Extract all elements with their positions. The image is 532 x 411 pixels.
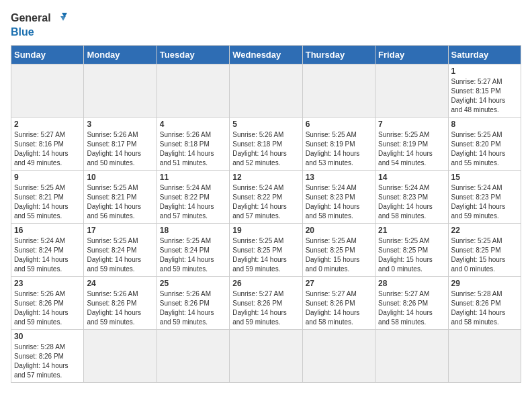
day-info: Sunrise: 5:25 AM Sunset: 8:21 PM Dayligh… (87, 183, 153, 221)
day-number: 9 (14, 173, 81, 182)
calendar-day-cell (375, 64, 448, 118)
calendar-day-cell: 20Sunrise: 5:25 AM Sunset: 8:25 PM Dayli… (302, 224, 375, 277)
day-info: Sunrise: 5:25 AM Sunset: 8:20 PM Dayligh… (451, 130, 518, 168)
day-number: 25 (160, 279, 226, 288)
logo: General Blue (11, 11, 67, 38)
day-number: 17 (87, 226, 153, 235)
calendar-day-cell: 27Sunrise: 5:27 AM Sunset: 8:26 PM Dayli… (302, 277, 375, 330)
day-number: 21 (378, 226, 445, 235)
day-number: 24 (87, 279, 153, 288)
day-info: Sunrise: 5:26 AM Sunset: 8:26 PM Dayligh… (14, 289, 81, 327)
calendar-week-5: 23Sunrise: 5:26 AM Sunset: 8:26 PM Dayli… (11, 277, 521, 330)
calendar-day-cell: 22Sunrise: 5:25 AM Sunset: 8:25 PM Dayli… (448, 224, 521, 277)
day-info: Sunrise: 5:28 AM Sunset: 8:26 PM Dayligh… (451, 289, 518, 327)
calendar-day-cell: 15Sunrise: 5:24 AM Sunset: 8:23 PM Dayli… (448, 171, 521, 224)
weekday-header-sunday: Sunday (11, 46, 84, 64)
day-number: 14 (378, 173, 445, 182)
day-info: Sunrise: 5:27 AM Sunset: 8:26 PM Dayligh… (378, 289, 445, 327)
calendar-day-cell (448, 330, 521, 383)
calendar-week-4: 16Sunrise: 5:24 AM Sunset: 8:24 PM Dayli… (11, 224, 521, 277)
day-number: 5 (232, 120, 299, 129)
calendar-day-cell: 21Sunrise: 5:25 AM Sunset: 8:25 PM Dayli… (375, 224, 448, 277)
day-info: Sunrise: 5:27 AM Sunset: 8:26 PM Dayligh… (232, 289, 299, 327)
calendar-day-cell (84, 64, 157, 118)
calendar-day-cell: 14Sunrise: 5:24 AM Sunset: 8:23 PM Dayli… (375, 171, 448, 224)
day-info: Sunrise: 5:25 AM Sunset: 8:19 PM Dayligh… (378, 130, 445, 168)
calendar-day-cell: 25Sunrise: 5:26 AM Sunset: 8:26 PM Dayli… (157, 277, 229, 330)
calendar-day-cell (375, 330, 448, 383)
day-number: 20 (306, 226, 372, 235)
header: General Blue (11, 11, 521, 38)
day-info: Sunrise: 5:27 AM Sunset: 8:16 PM Dayligh… (14, 130, 81, 168)
day-info: Sunrise: 5:26 AM Sunset: 8:26 PM Dayligh… (87, 289, 153, 327)
day-number: 7 (378, 120, 445, 129)
calendar-day-cell: 11Sunrise: 5:24 AM Sunset: 8:22 PM Dayli… (157, 171, 229, 224)
day-info: Sunrise: 5:24 AM Sunset: 8:22 PM Dayligh… (232, 183, 299, 221)
calendar-day-cell: 1Sunrise: 5:27 AM Sunset: 8:15 PM Daylig… (448, 64, 521, 118)
calendar-day-cell: 6Sunrise: 5:25 AM Sunset: 8:19 PM Daylig… (302, 118, 375, 171)
calendar-day-cell (302, 330, 375, 383)
day-number: 2 (14, 120, 81, 129)
day-number: 11 (160, 173, 226, 182)
day-number: 30 (14, 332, 81, 341)
weekday-header-saturday: Saturday (448, 46, 521, 64)
day-number: 27 (306, 279, 372, 288)
day-info: Sunrise: 5:25 AM Sunset: 8:25 PM Dayligh… (378, 236, 445, 274)
calendar-day-cell (157, 64, 229, 118)
calendar-day-cell: 10Sunrise: 5:25 AM Sunset: 8:21 PM Dayli… (84, 171, 157, 224)
calendar-day-cell (11, 64, 84, 118)
day-number: 13 (306, 173, 372, 182)
day-info: Sunrise: 5:27 AM Sunset: 8:26 PM Dayligh… (306, 289, 372, 327)
calendar-week-6: 30Sunrise: 5:28 AM Sunset: 8:26 PM Dayli… (11, 330, 521, 383)
calendar-week-3: 9Sunrise: 5:25 AM Sunset: 8:21 PM Daylig… (11, 171, 521, 224)
calendar-day-cell: 3Sunrise: 5:26 AM Sunset: 8:17 PM Daylig… (84, 118, 157, 171)
day-info: Sunrise: 5:28 AM Sunset: 8:26 PM Dayligh… (14, 342, 81, 380)
day-number: 22 (451, 226, 518, 235)
calendar-day-cell: 5Sunrise: 5:26 AM Sunset: 8:18 PM Daylig… (230, 118, 302, 171)
day-number: 29 (451, 279, 518, 288)
calendar-day-cell: 17Sunrise: 5:25 AM Sunset: 8:24 PM Dayli… (84, 224, 157, 277)
day-number: 16 (14, 226, 81, 235)
calendar-day-cell: 7Sunrise: 5:25 AM Sunset: 8:19 PM Daylig… (375, 118, 448, 171)
calendar-day-cell: 9Sunrise: 5:25 AM Sunset: 8:21 PM Daylig… (11, 171, 84, 224)
day-number: 12 (232, 173, 299, 182)
day-number: 3 (87, 120, 153, 129)
weekday-header-monday: Monday (84, 46, 157, 64)
day-info: Sunrise: 5:26 AM Sunset: 8:18 PM Dayligh… (232, 130, 299, 168)
calendar-day-cell (157, 330, 229, 383)
day-number: 18 (160, 226, 226, 235)
calendar-header-row: SundayMondayTuesdayWednesdayThursdayFrid… (11, 46, 521, 64)
day-number: 15 (451, 173, 518, 182)
calendar-day-cell: 18Sunrise: 5:25 AM Sunset: 8:24 PM Dayli… (157, 224, 229, 277)
day-number: 10 (87, 173, 153, 182)
calendar: SundayMondayTuesdayWednesdayThursdayFrid… (11, 45, 521, 383)
calendar-day-cell (84, 330, 157, 383)
calendar-day-cell: 23Sunrise: 5:26 AM Sunset: 8:26 PM Dayli… (11, 277, 84, 330)
day-info: Sunrise: 5:25 AM Sunset: 8:21 PM Dayligh… (14, 183, 81, 221)
day-info: Sunrise: 5:24 AM Sunset: 8:23 PM Dayligh… (451, 183, 518, 221)
day-number: 28 (378, 279, 445, 288)
svg-marker-1 (60, 16, 66, 21)
day-info: Sunrise: 5:26 AM Sunset: 8:17 PM Dayligh… (87, 130, 153, 168)
calendar-day-cell: 8Sunrise: 5:25 AM Sunset: 8:20 PM Daylig… (448, 118, 521, 171)
day-info: Sunrise: 5:27 AM Sunset: 8:15 PM Dayligh… (451, 77, 518, 115)
day-number: 6 (306, 120, 372, 129)
day-info: Sunrise: 5:25 AM Sunset: 8:25 PM Dayligh… (451, 236, 518, 274)
weekday-header-friday: Friday (375, 46, 448, 64)
calendar-day-cell (230, 64, 302, 118)
day-number: 23 (14, 279, 81, 288)
day-info: Sunrise: 5:25 AM Sunset: 8:24 PM Dayligh… (160, 236, 226, 274)
calendar-week-2: 2Sunrise: 5:27 AM Sunset: 8:16 PM Daylig… (11, 118, 521, 171)
day-info: Sunrise: 5:25 AM Sunset: 8:25 PM Dayligh… (306, 236, 372, 274)
calendar-day-cell: 4Sunrise: 5:26 AM Sunset: 8:18 PM Daylig… (157, 118, 229, 171)
logo-blue-text: Blue (11, 26, 67, 38)
day-number: 1 (451, 66, 518, 76)
calendar-day-cell: 19Sunrise: 5:25 AM Sunset: 8:25 PM Dayli… (230, 224, 302, 277)
calendar-day-cell: 12Sunrise: 5:24 AM Sunset: 8:22 PM Dayli… (230, 171, 302, 224)
day-number: 19 (232, 226, 299, 235)
weekday-header-wednesday: Wednesday (230, 46, 302, 64)
day-info: Sunrise: 5:25 AM Sunset: 8:25 PM Dayligh… (232, 236, 299, 274)
calendar-day-cell: 24Sunrise: 5:26 AM Sunset: 8:26 PM Dayli… (84, 277, 157, 330)
calendar-week-1: 1Sunrise: 5:27 AM Sunset: 8:15 PM Daylig… (11, 64, 521, 118)
day-info: Sunrise: 5:24 AM Sunset: 8:23 PM Dayligh… (306, 183, 372, 221)
